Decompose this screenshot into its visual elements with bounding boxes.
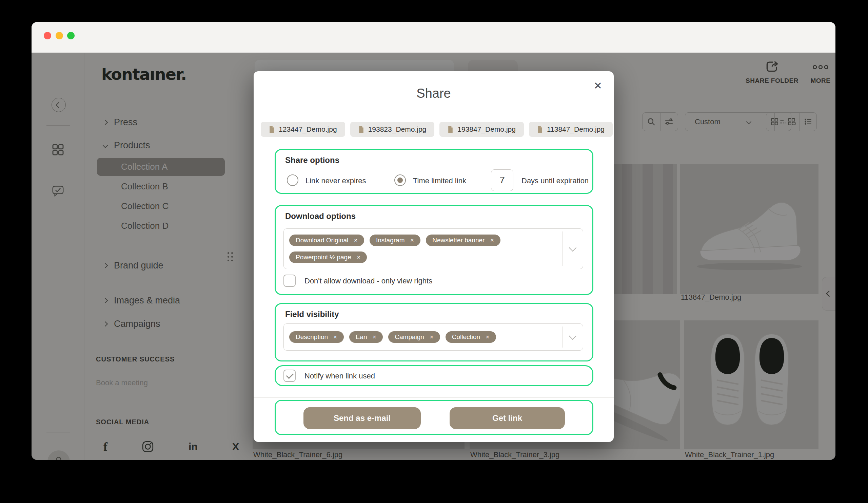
days-until-expiration-input[interactable] [491, 169, 513, 191]
download-options-section: Download options Download Original✕ Inst… [275, 205, 593, 295]
link-never-expires-radio[interactable] [287, 174, 298, 186]
chevron-down-icon[interactable] [569, 244, 577, 252]
dont-allow-download-checkbox[interactable] [283, 274, 296, 287]
field-tag: Description✕ [289, 331, 344, 343]
field-tag: Campaign✕ [388, 331, 440, 343]
file-chip: 193823_Demo.jpg [350, 122, 435, 137]
download-format-tag: Instagram✕ [370, 234, 421, 246]
app-window: kontaıner. Press Products Collection A C… [32, 22, 836, 460]
tag-label: Download Original [296, 237, 348, 244]
tag-label: Instagram [376, 237, 404, 244]
file-chip: 193847_Demo.jpg [440, 122, 524, 137]
section-heading: Field visibility [285, 310, 339, 319]
download-formats-multiselect[interactable]: Download Original✕ Instagram✕ Newsletter… [283, 229, 583, 269]
tag-label: Campaign [395, 333, 424, 341]
field-tag: Collection✕ [445, 331, 496, 343]
dialog-title: Share [254, 86, 614, 101]
multiselect-divider [562, 231, 563, 266]
section-heading: Share options [285, 155, 339, 165]
multiselect-divider [562, 326, 563, 348]
remove-tag-icon[interactable]: ✕ [490, 238, 494, 243]
tag-label: Collection [452, 333, 480, 341]
download-format-tag: Newsletter banner✕ [426, 234, 500, 246]
notify-section: Notify when link used [275, 365, 593, 386]
checkbox-label: Don't allow download - only view rights [304, 276, 432, 285]
share-options-section: Share options Link never expires Time li… [275, 149, 593, 194]
field-tag: Ean✕ [349, 331, 383, 343]
file-icon [537, 126, 543, 133]
share-dialog: ✕ Share 123447_Demo.jpg 193823_Demo.jpg … [254, 71, 614, 442]
remove-tag-icon[interactable]: ✕ [357, 254, 361, 260]
file-icon [358, 126, 364, 133]
traffic-minimize-button[interactable] [55, 32, 63, 39]
remove-tag-icon[interactable]: ✕ [333, 334, 337, 340]
send-as-email-button[interactable]: Send as e-mail [303, 407, 421, 429]
radio-label: Time limited link [413, 177, 466, 185]
selected-files: 123447_Demo.jpg 193823_Demo.jpg 193847_D… [261, 122, 613, 137]
remove-tag-icon[interactable]: ✕ [410, 238, 414, 243]
remove-tag-icon[interactable]: ✕ [430, 334, 434, 340]
file-chip: 123447_Demo.jpg [261, 122, 345, 137]
chevron-down-icon[interactable] [569, 332, 577, 340]
modal-divider [254, 398, 614, 398]
tag-label: Description [296, 333, 328, 341]
file-name: 193823_Demo.jpg [368, 125, 426, 133]
traffic-close-button[interactable] [44, 32, 51, 39]
days-until-expiration-label: Days until expiration [521, 177, 589, 185]
file-name: 193847_Demo.jpg [457, 125, 516, 133]
file-chip: 113847_Demo.jpg [529, 122, 613, 137]
remove-tag-icon[interactable]: ✕ [354, 238, 358, 243]
remove-tag-icon[interactable]: ✕ [486, 334, 489, 340]
file-name: 113847_Demo.jpg [547, 125, 604, 133]
get-link-button[interactable]: Get link [450, 407, 565, 429]
section-heading: Download options [285, 211, 356, 221]
radio-label: Link never expires [306, 177, 366, 185]
time-limited-link-radio[interactable] [394, 174, 406, 186]
field-visibility-section: Field visibility Description✕ Ean✕ Campa… [275, 303, 593, 361]
titlebar [32, 22, 836, 53]
actions-section: Send as e-mail Get link [275, 400, 593, 435]
file-icon [269, 126, 275, 133]
traffic-zoom-button[interactable] [67, 32, 75, 39]
notify-when-link-used-checkbox[interactable] [283, 370, 296, 382]
visible-fields-multiselect[interactable]: Description✕ Ean✕ Campaign✕ Collection✕ [283, 323, 583, 351]
remove-tag-icon[interactable]: ✕ [373, 334, 377, 340]
download-format-tag: Powerpoint ½ page✕ [289, 252, 367, 263]
download-format-tag: Download Original✕ [289, 234, 364, 246]
tag-label: Newsletter banner [432, 237, 485, 244]
file-icon [447, 126, 453, 133]
tag-label: Powerpoint ½ page [296, 253, 351, 261]
file-name: 123447_Demo.jpg [279, 125, 337, 133]
tag-label: Ean [356, 333, 367, 341]
checkbox-label: Notify when link used [304, 372, 375, 381]
